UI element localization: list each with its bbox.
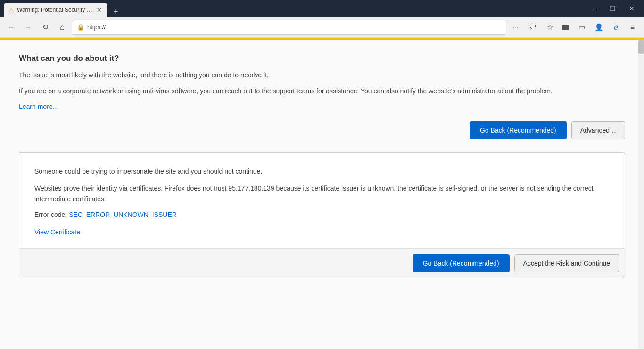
tab-area: ⚠ Warning: Potential Security Ris… ✕ + <box>4 0 587 17</box>
refresh-button[interactable]: ↻ <box>38 20 53 35</box>
error-label: Error code: <box>34 211 69 218</box>
active-tab[interactable]: ⚠ Warning: Potential Security Ris… ✕ <box>4 3 107 17</box>
pocket-button[interactable]: 🛡 <box>525 20 540 35</box>
error-code-line: Error code: SEC_ERROR_UNKNOWN_ISSUER <box>34 211 610 218</box>
svg-rect-0 <box>562 25 564 30</box>
new-tab-button[interactable]: + <box>109 7 122 17</box>
ie-icon: ℯ <box>614 23 618 32</box>
account-button[interactable]: 👤 <box>591 20 606 35</box>
view-certificate-link[interactable]: View Certificate <box>34 228 80 236</box>
lock-icon: 🔒 <box>77 24 84 31</box>
more-dots-icon: ··· <box>513 23 519 31</box>
pocket-icon: 🛡 <box>529 23 537 31</box>
reading-list-icon <box>561 23 570 32</box>
hamburger-icon: ≡ <box>631 23 635 31</box>
close-button[interactable]: ✕ <box>623 0 640 17</box>
refresh-icon: ↻ <box>42 23 49 32</box>
impersonate-warning-text: Someone could be trying to impersonate t… <box>34 166 610 176</box>
titlebar: ⚠ Warning: Potential Security Ris… ✕ + –… <box>0 0 644 17</box>
menu-button[interactable]: ≡ <box>625 20 640 35</box>
home-icon: ⌂ <box>60 23 65 32</box>
advanced-button[interactable]: Advanced… <box>571 121 625 139</box>
bookmark-button[interactable]: ☆ <box>542 20 557 35</box>
advanced-panel: Someone could be trying to impersonate t… <box>19 152 625 278</box>
advanced-button-row: Go Back (Recommended) Accept the Risk an… <box>19 248 625 278</box>
toolbar-right: ··· 🛡 ☆ ▭ 👤 ℯ ≡ <box>508 20 640 35</box>
home-button[interactable]: ⌂ <box>55 20 70 35</box>
paragraph-corporate: If you are on a corporate network or usi… <box>19 86 625 96</box>
window-controls: – ❐ ✕ <box>587 0 640 17</box>
tab-view-button[interactable]: ▭ <box>574 20 589 35</box>
tab-close-button[interactable]: ✕ <box>95 6 103 14</box>
address-text: https:// <box>87 24 501 31</box>
accept-risk-button[interactable]: Accept the Risk and Continue <box>514 254 619 272</box>
paragraph-issue: The issue is most likely with the websit… <box>19 70 625 80</box>
content-area: What can you do about it? The issue is m… <box>0 38 644 349</box>
tab-warning-icon: ⚠ <box>8 7 14 14</box>
minimize-button[interactable]: – <box>587 0 602 17</box>
forward-icon: → <box>25 23 32 32</box>
svg-rect-1 <box>564 25 566 30</box>
star-icon: ☆ <box>547 23 553 32</box>
ie-compat-button[interactable]: ℯ <box>608 20 623 35</box>
address-bar[interactable]: 🔒 https:// <box>72 20 506 35</box>
back-icon: ← <box>8 23 15 32</box>
error-code-link[interactable]: SEC_ERROR_UNKNOWN_ISSUER <box>69 211 177 218</box>
forward-button[interactable]: → <box>21 20 36 35</box>
toolbar: ← → ↻ ⌂ 🔒 https:// ··· 🛡 ☆ ▭ 👤 ℯ <box>0 17 644 38</box>
learn-more-link[interactable]: Learn more… <box>19 103 59 110</box>
certificate-explanation-text: Websites prove their identity via certif… <box>34 183 610 204</box>
main-button-row: Go Back (Recommended) Advanced… <box>19 121 625 139</box>
scrollbar-thumb[interactable] <box>638 40 644 54</box>
section-heading: What can you do about it? <box>19 54 625 63</box>
tab-view-icon: ▭ <box>578 23 585 32</box>
back-button[interactable]: ← <box>4 20 19 35</box>
go-back-recommended-button[interactable]: Go Back (Recommended) <box>470 121 567 139</box>
account-icon: 👤 <box>594 23 603 32</box>
more-options-button[interactable]: ··· <box>508 20 523 35</box>
maximize-button[interactable]: ❐ <box>604 0 621 17</box>
svg-rect-2 <box>566 25 569 30</box>
go-back-recommended-button-2[interactable]: Go Back (Recommended) <box>413 254 510 272</box>
tab-title-text: Warning: Potential Security Ris… <box>17 7 92 13</box>
scrollbar-track <box>638 40 644 349</box>
